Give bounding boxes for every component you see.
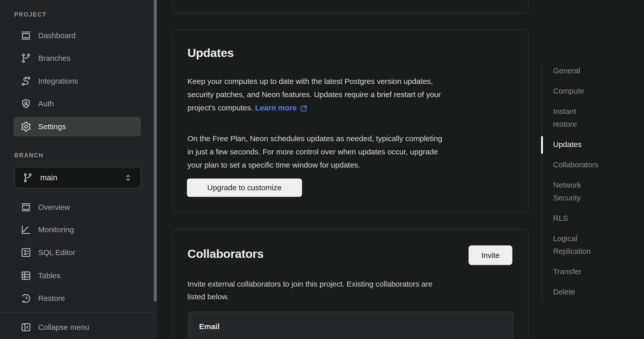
overview-icon: [20, 202, 32, 213]
branch-selector[interactable]: main: [14, 167, 141, 188]
git-branch-icon: [20, 53, 32, 64]
updates-card: Updates Keep your computes up to date wi…: [172, 30, 529, 212]
sidebar-scrollbar-thumb[interactable]: [154, 0, 157, 302]
sidebar-item-label: Dashboard: [38, 31, 76, 40]
dashboard-icon: [20, 30, 32, 41]
sidebar-item-restore[interactable]: Restore: [13, 289, 141, 308]
restore-icon: [20, 293, 32, 304]
sidebar-section-label-project: PROJECT: [14, 11, 47, 18]
learn-more-label: Learn more: [255, 101, 297, 114]
settings-nav-active-indicator: [541, 136, 543, 154]
collaborators-table-header-email: Email: [199, 322, 220, 331]
monitoring-icon: [20, 224, 32, 235]
settings-nav: General Compute Instant restore Updates …: [553, 64, 629, 298]
upgrade-to-customize-button[interactable]: Upgrade to customize: [187, 179, 302, 197]
sidebar-item-label: Auth: [38, 99, 54, 108]
settings-nav-item-instant-restore[interactable]: Instant restore: [553, 105, 629, 130]
settings-nav-item-collaborators[interactable]: Collaborators: [553, 158, 629, 171]
sidebar-item-label: Restore: [38, 294, 65, 303]
sidebar-item-label: Integrations: [38, 77, 78, 85]
sql-editor-icon: [20, 247, 32, 258]
settings-nav-item-compute[interactable]: Compute: [553, 85, 629, 97]
settings-nav-item-delete[interactable]: Delete: [553, 286, 629, 298]
card-previous-partial: [172, 0, 529, 13]
settings-nav-item-network-security[interactable]: Network Security: [553, 179, 629, 204]
auth-shield-icon: [20, 98, 32, 109]
sidebar: PROJECT Dashboard Branches: [0, 0, 157, 339]
sidebar-item-label: Settings: [38, 122, 66, 131]
settings-nav-item-updates[interactable]: Updates: [553, 138, 629, 151]
updates-body-2: On the Free Plan, Neon schedules updates…: [187, 132, 513, 172]
settings-nav-item-transfer[interactable]: Transfer: [553, 265, 629, 278]
branch-selector-value: main: [40, 173, 57, 182]
sidebar-item-label: Monitoring: [38, 225, 74, 234]
neon-console-screen: PROJECT Dashboard Branches: [0, 0, 644, 339]
sidebar-border: [157, 0, 158, 339]
sidebar-item-auth[interactable]: Auth: [13, 94, 141, 113]
sidebar-item-label: Branches: [38, 54, 71, 63]
sidebar-item-label: SQL Editor: [38, 248, 75, 257]
settings-nav-item-general[interactable]: General: [553, 64, 629, 77]
sidebar-item-settings[interactable]: Settings: [13, 117, 141, 136]
sidebar-divider: [0, 312, 154, 313]
settings-nav-divider: [542, 64, 542, 303]
settings-nav-item-logical-replication[interactable]: Logical Replication: [553, 232, 629, 258]
sidebar-collapse-menu[interactable]: Collapse menu: [13, 318, 141, 337]
sidebar-item-branches[interactable]: Branches: [13, 49, 141, 68]
collapse-menu-icon: [20, 322, 32, 333]
sidebar-item-monitoring[interactable]: Monitoring: [13, 220, 141, 239]
sidebar-item-label: Tables: [38, 271, 60, 280]
sidebar-item-integrations[interactable]: Integrations: [13, 71, 141, 91]
invite-button[interactable]: Invite: [469, 245, 512, 265]
sidebar-item-label: Collapse menu: [38, 323, 89, 332]
chevrons-up-down-icon: [123, 173, 133, 183]
external-link-icon: [299, 104, 308, 113]
sidebar-item-overview[interactable]: Overview: [13, 198, 141, 217]
sidebar-item-label: Overview: [38, 203, 70, 212]
updates-body-1: Keep your computes up to date with the l…: [187, 75, 513, 114]
updates-title: Updates: [187, 46, 234, 60]
sidebar-item-dashboard[interactable]: Dashboard: [13, 26, 141, 45]
sidebar-item-sql-editor[interactable]: SQL Editor: [13, 243, 141, 262]
collaborators-table: Email: [188, 312, 513, 339]
gear-icon: [20, 121, 32, 132]
sidebar-item-tables[interactable]: Tables: [13, 266, 141, 285]
sidebar-section-label-branch: BRANCH: [14, 152, 44, 159]
tables-icon: [20, 270, 32, 281]
integrations-icon: [20, 76, 32, 87]
settings-nav-item-rls[interactable]: RLS: [553, 212, 629, 225]
learn-more-link[interactable]: Learn more: [255, 101, 308, 114]
updates-body-1-text: Keep your computes up to date with the l…: [187, 77, 441, 112]
git-branch-icon: [22, 172, 33, 183]
collaborators-description: Invite external collaborators to join th…: [187, 278, 513, 303]
collaborators-card: Collaborators Invite Invite external col…: [172, 229, 529, 339]
collaborators-title: Collaborators: [187, 247, 264, 261]
